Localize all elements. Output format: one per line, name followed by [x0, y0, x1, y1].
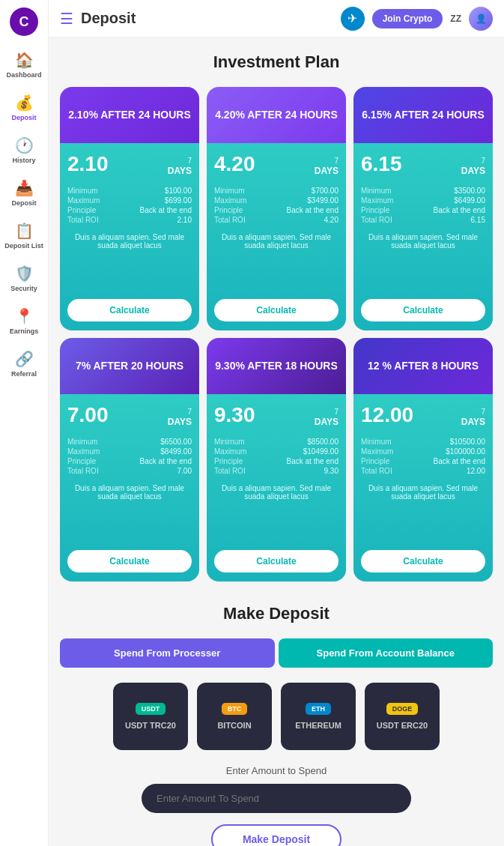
crypto-name: USDT TRC20 — [125, 721, 176, 730]
plan-card-1: 4.20% AFTER 24 HOURS 4.20 7DAYS Minimum$… — [207, 87, 346, 330]
card-days: 7DAYS — [315, 157, 338, 176]
crypto-badge: BTC — [222, 703, 248, 715]
card-desc: Duis a aliquam sapien. Sed male suada al… — [361, 233, 485, 290]
calculate-button[interactable]: Calculate — [214, 550, 338, 572]
sidebar-item-referral[interactable]: 🔗 Referral — [0, 342, 48, 385]
card-body: 4.20 7DAYS Minimum$700.00 Maximum$3499.0… — [207, 143, 346, 330]
sidebar-item-dashboard[interactable]: 🏠 Dashboard — [0, 43, 48, 86]
card-days: 7DAYS — [461, 157, 485, 176]
sidebar-item-deposit-list[interactable]: 📋 Deposit List — [0, 214, 48, 257]
calculate-button[interactable]: Calculate — [67, 299, 192, 321]
card-rate: 4.20 — [214, 152, 255, 176]
sidebar-item-label: Deposit — [11, 199, 36, 207]
sidebar-item-label: Security — [10, 285, 37, 292]
deposit2-icon: 📥 — [15, 179, 34, 197]
deposit-list-icon: 📋 — [15, 222, 34, 240]
make-deposit-title: Make Deposit — [60, 604, 493, 623]
card-desc: Duis a aliquam sapien. Sed male suada al… — [67, 233, 192, 290]
plan-card-2: 6.15% AFTER 24 HOURS 6.15 7DAYS Minimum$… — [353, 87, 493, 330]
card-header: 9.30% AFTER 18 HOURS — [207, 338, 346, 394]
sidebar-item-label: Referral — [11, 370, 37, 378]
card-desc: Duis a aliquam sapien. Sed male suada al… — [361, 484, 485, 541]
crypto-badge: USDT — [136, 703, 166, 715]
sidebar-item-deposit2[interactable]: 📥 Deposit — [0, 172, 48, 214]
referral-icon: 🔗 — [15, 350, 34, 368]
card-days: 7DAYS — [315, 408, 338, 427]
card-details: Minimum$6500.00 Maximum$8499.00 Principl… — [67, 438, 192, 477]
calculate-button[interactable]: Calculate — [67, 550, 192, 572]
card-body: 6.15 7DAYS Minimum$3500.00 Maximum$6499.… — [353, 143, 493, 330]
crypto-card-1[interactable]: BTC BITCOIN — [197, 683, 272, 750]
user-initials: ZZ — [450, 13, 461, 24]
menu-icon[interactable]: ☰ — [60, 10, 73, 28]
card-days: 7DAYS — [168, 408, 192, 427]
sidebar-item-label: Dashboard — [6, 71, 41, 79]
calculate-button[interactable]: Calculate — [361, 299, 485, 321]
security-icon: 🛡️ — [15, 265, 34, 282]
card-body: 9.30 7DAYS Minimum$8500.00 Maximum$10499… — [207, 394, 346, 581]
crypto-card-3[interactable]: DOGE USDT ERC20 — [365, 683, 440, 750]
crypto-card-2[interactable]: ETH ETHEREUM — [281, 683, 356, 750]
deposit-icon: 💰 — [15, 94, 34, 112]
history-icon: 🕐 — [15, 136, 34, 154]
crypto-name: ETHEREUM — [295, 721, 341, 730]
join-crypto-button[interactable]: Join Crypto — [372, 9, 443, 28]
crypto-name: BITCOIN — [217, 721, 251, 730]
crypto-card-0[interactable]: USDT USDT TRC20 — [113, 683, 188, 750]
sidebar-item-history[interactable]: 🕐 History — [0, 129, 48, 172]
card-rate-row: 2.10 7DAYS — [67, 152, 192, 176]
investment-plan-title: Investment Plan — [60, 52, 493, 72]
crypto-badge: DOGE — [386, 703, 419, 715]
sidebar-item-label: Deposit — [11, 114, 36, 121]
header: ☰ Deposit ✈ Join Crypto ZZ 👤 — [49, 0, 504, 37]
card-details: Minimum$100.00 Maximum$699.00 PrincipleB… — [67, 187, 192, 226]
card-details: Minimum$10500.00 Maximum$100000.00 Princ… — [361, 438, 485, 477]
sidebar-item-security[interactable]: 🛡️ Security — [0, 257, 48, 300]
card-body: 2.10 7DAYS Minimum$100.00 Maximum$699.00… — [60, 143, 199, 330]
avatar[interactable]: 👤 — [469, 7, 493, 31]
enter-amount-label: Enter Amount to Spend — [60, 765, 493, 776]
card-days: 7DAYS — [461, 408, 485, 427]
spend-from-balance-tab[interactable]: Spend From Account Balance — [279, 638, 494, 668]
main-content: Investment Plan 2.10% AFTER 24 HOURS 2.1… — [49, 37, 504, 846]
card-body: 7.00 7DAYS Minimum$6500.00 Maximum$8499.… — [60, 394, 199, 581]
logo[interactable]: C — [10, 7, 38, 36]
earnings-icon: 📍 — [15, 307, 34, 325]
plan-card-5: 12 % AFTER 8 HOURS 12.00 7DAYS Minimum$1… — [353, 338, 493, 581]
card-rate: 7.00 — [67, 403, 109, 427]
page-title: Deposit — [81, 10, 341, 27]
crypto-name: USDT ERC20 — [377, 721, 428, 730]
calculate-button[interactable]: Calculate — [361, 550, 485, 572]
card-rate-row: 6.15 7DAYS — [361, 152, 485, 176]
amount-input[interactable] — [142, 784, 411, 813]
sidebar-item-label: History — [12, 157, 35, 164]
crypto-badge: ETH — [306, 703, 331, 715]
telegram-icon[interactable]: ✈ — [341, 7, 365, 31]
card-header: 12 % AFTER 8 HOURS — [353, 338, 493, 394]
plan-card-0: 2.10% AFTER 24 HOURS 2.10 7DAYS Minimum$… — [60, 87, 199, 330]
card-desc: Duis a aliquam sapien. Sed male suada al… — [214, 484, 338, 541]
deposit-tabs: Spend From Processer Spend From Account … — [60, 638, 493, 668]
card-details: Minimum$8500.00 Maximum$10499.00 Princip… — [214, 438, 338, 477]
make-deposit-button[interactable]: Make Deposit — [211, 824, 341, 846]
card-rate: 9.30 — [214, 403, 255, 427]
card-header: 2.10% AFTER 24 HOURS — [60, 87, 199, 143]
sidebar: C 🏠 Dashboard 💰 Deposit 🕐 History 📥 Depo… — [0, 0, 49, 846]
card-rate-row: 7.00 7DAYS — [67, 403, 192, 427]
dashboard-icon: 🏠 — [15, 51, 34, 69]
calculate-button[interactable]: Calculate — [214, 299, 338, 321]
card-body: 12.00 7DAYS Minimum$10500.00 Maximum$100… — [353, 394, 493, 581]
card-rate: 12.00 — [361, 403, 413, 427]
investment-cards-grid: 2.10% AFTER 24 HOURS 2.10 7DAYS Minimum$… — [60, 87, 493, 581]
sidebar-item-deposit[interactable]: 💰 Deposit — [0, 86, 48, 129]
card-desc: Duis a aliquam sapien. Sed male suada al… — [67, 484, 192, 541]
card-rate-row: 9.30 7DAYS — [214, 403, 338, 427]
card-header: 6.15% AFTER 24 HOURS — [353, 87, 493, 143]
card-rate-row: 4.20 7DAYS — [214, 152, 338, 176]
card-details: Minimum$700.00 Maximum$3499.00 Principle… — [214, 187, 338, 226]
card-rate: 6.15 — [361, 152, 402, 176]
spend-from-processer-tab[interactable]: Spend From Processer — [60, 638, 275, 668]
plan-card-3: 7% AFTER 20 HOURS 7.00 7DAYS Minimum$650… — [60, 338, 199, 581]
card-details: Minimum$3500.00 Maximum$6499.00 Principl… — [361, 187, 485, 226]
sidebar-item-earnings[interactable]: 📍 Earnings — [0, 300, 48, 342]
